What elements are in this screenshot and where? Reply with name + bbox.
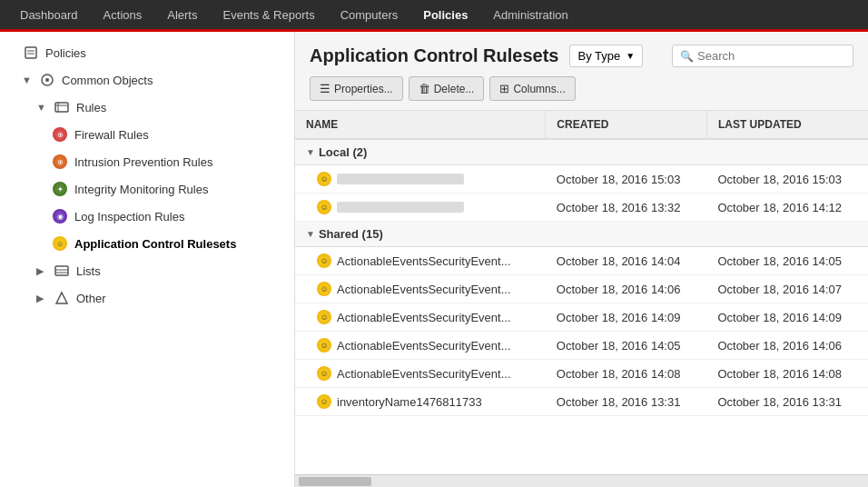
row-name: ActionableEventsSecurityEvent... [337,367,511,381]
table-row[interactable]: ☺ActionableEventsSecurityEvent...October… [295,332,868,360]
cell-name: ☺inventoryName1476811733 [295,388,546,416]
row-app-icon: ☺ [317,366,331,381]
table-row[interactable]: ☺October 18, 2016 15:03October 18, 2016 … [295,165,868,194]
columns-button[interactable]: ⊞ Columns... [489,76,575,101]
blurred-name [337,202,464,213]
sidebar-item-app-control[interactable]: ☺ Application Control Rulesets [0,230,294,257]
cell-updated: October 18, 2016 13:31 [706,388,868,416]
sidebar-item-integrity-monitoring[interactable]: ✦ Integrity Monitoring Rules [0,175,294,203]
common-objects-icon [38,71,56,89]
row-app-icon: ☺ [317,200,331,214]
title-filter-row: Application Control Rulesets By Type ▼ [310,45,643,67]
nav-events-reports[interactable]: Events & Reports [210,0,327,31]
cell-updated: October 18, 2016 15:03 [706,165,868,194]
chevron-down-icon: ▼ [306,147,315,157]
integrity-icon: ✦ [51,180,69,198]
sidebar-item-label: Firewall Rules [74,128,149,142]
search-icon: 🔍 [680,50,694,63]
cell-name: ☺ActionableEventsSecurityEvent... [295,275,546,303]
sidebar-item-policies[interactable]: Policies [0,39,294,66]
filter-dropdown[interactable]: By Type ▼ [569,45,643,67]
cell-name: ☺ActionableEventsSecurityEvent... [295,360,546,388]
sidebar-item-intrusion-prevention[interactable]: ⊕ Intrusion Prevention Rules [0,148,294,175]
row-name: inventoryName1476811733 [337,395,482,409]
other-icon [53,289,71,307]
chevron-right-icon: ▶ [36,293,49,304]
svg-marker-11 [56,293,67,303]
chevron-down-icon: ▼ [22,75,35,85]
col-name: NAME [295,111,546,139]
cell-name: ☺ [295,165,546,194]
nav-policies[interactable]: Policies [410,0,480,31]
sidebar: Policies ▼ Common Objects ▼ Rules ⊕ Fire… [0,32,295,487]
row-name: ActionableEventsSecurityEvent... [337,283,511,296]
cell-updated: October 18, 2016 14:09 [706,303,868,332]
search-box[interactable]: 🔍 [672,45,853,67]
nav-dashboard[interactable]: Dashboard [7,0,91,31]
delete-button[interactable]: 🗑 Delete... [409,76,485,101]
sidebar-item-label: Rules [76,101,106,114]
table-wrapper[interactable]: NAME CREATED LAST UPDATED ▼ Local (2) ☺O… [295,110,868,474]
policies-icon [22,44,40,62]
group-label: Local (2) [319,145,367,159]
cell-name: ☺ActionableEventsSecurityEvent... [295,303,546,332]
properties-icon: ☰ [320,82,330,95]
nav-computers[interactable]: Computers [328,0,411,31]
svg-rect-5 [55,103,68,112]
cell-updated: October 18, 2016 14:05 [706,247,868,275]
data-table: NAME CREATED LAST UPDATED ▼ Local (2) ☺O… [295,111,868,416]
intrusion-icon: ⊕ [51,153,69,171]
sidebar-item-lists[interactable]: ▶ Lists [0,257,294,284]
main-layout: Policies ▼ Common Objects ▼ Rules ⊕ Fire… [0,32,868,487]
sidebar-item-rules[interactable]: ▼ Rules [0,94,294,121]
table-header-row: NAME CREATED LAST UPDATED [295,111,868,139]
cell-created: October 18, 2016 14:05 [546,332,707,360]
app-control-icon: ☺ [51,234,69,253]
row-name: ActionableEventsSecurityEvent... [337,254,511,268]
scrollbar-thumb [299,477,371,486]
row-app-icon: ☺ [317,310,331,324]
sidebar-item-common-objects[interactable]: ▼ Common Objects [0,66,294,94]
col-created: CREATED [546,111,707,139]
delete-label: Delete... [434,83,475,95]
nav-administration[interactable]: Administration [480,0,580,31]
chevron-down-icon: ▼ [306,229,315,239]
blurred-name [337,174,464,184]
sidebar-item-other[interactable]: ▶ Other [0,284,294,312]
cell-created: October 18, 2016 14:06 [546,275,707,303]
sidebar-item-log-inspection[interactable]: ◉ Log Inspection Rules [0,203,294,230]
toolbar: ☰ Properties... 🗑 Delete... ⊞ Columns... [295,76,868,110]
row-name: ActionableEventsSecurityEvent... [337,339,511,353]
row-app-icon: ☺ [317,282,331,296]
table-group-row[interactable]: ▼ Shared (15) [295,222,868,247]
table-row[interactable]: ☺ActionableEventsSecurityEvent...October… [295,247,868,275]
chevron-down-icon: ▼ [36,102,49,113]
properties-button[interactable]: ☰ Properties... [310,76,403,101]
cell-name: ☺ [295,194,546,222]
bottom-scrollbar[interactable] [295,474,868,487]
search-input[interactable] [697,49,845,63]
table-row[interactable]: ☺ActionableEventsSecurityEvent...October… [295,303,868,332]
table-row[interactable]: ☺ActionableEventsSecurityEvent...October… [295,360,868,388]
filter-label: By Type [577,49,620,63]
table-row[interactable]: ☺ActionableEventsSecurityEvent...October… [295,275,868,303]
sidebar-item-label: Application Control Rulesets [74,237,236,251]
nav-alerts[interactable]: Alerts [154,0,210,31]
sidebar-item-firewall-rules[interactable]: ⊕ Firewall Rules [0,121,294,148]
nav-actions[interactable]: Actions [91,0,155,31]
sidebar-item-label: Policies [45,46,86,60]
cell-created: October 18, 2016 13:31 [546,388,707,416]
svg-point-4 [45,78,49,82]
table-group-row[interactable]: ▼ Local (2) [295,139,868,165]
sidebar-item-label: Intrusion Prevention Rules [74,155,212,169]
cell-updated: October 18, 2016 14:06 [706,332,868,360]
col-last-updated: LAST UPDATED [706,111,868,139]
loginspect-icon: ◉ [51,207,69,225]
cell-created: October 18, 2016 14:04 [546,247,707,275]
table-row[interactable]: ☺October 18, 2016 13:32October 18, 2016 … [295,194,868,222]
sidebar-item-label: Log Inspection Rules [74,210,184,224]
properties-label: Properties... [334,83,393,95]
table-row[interactable]: ☺inventoryName1476811733October 18, 2016… [295,388,868,416]
sidebar-item-label: Integrity Monitoring Rules [74,183,208,196]
cell-created: October 18, 2016 14:08 [546,360,707,388]
